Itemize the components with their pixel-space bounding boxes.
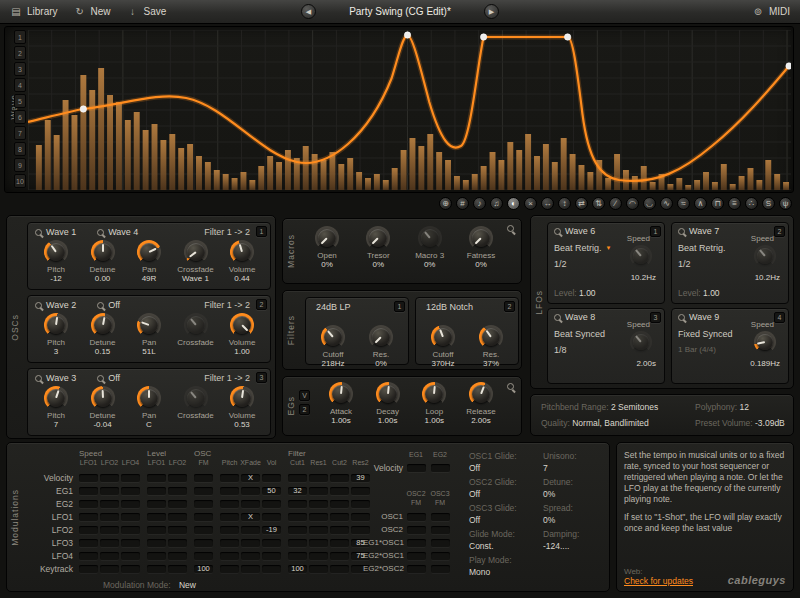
matrix-cell[interactable] <box>79 500 98 508</box>
matrix-cell[interactable] <box>194 487 213 495</box>
matrix-cell[interactable] <box>241 500 260 508</box>
square-tool-icon[interactable]: ⊓ <box>711 197 724 210</box>
volume-knob[interactable] <box>230 313 254 337</box>
crossfade-knob[interactable] <box>184 386 208 410</box>
matrix-cell[interactable] <box>288 539 307 547</box>
matrix-cell[interactable] <box>288 513 307 521</box>
matrix-cell[interactable] <box>288 500 307 508</box>
filter-type-selector[interactable]: 12dB Notch <box>416 298 518 312</box>
matrix-cell[interactable] <box>262 539 281 547</box>
pan-knob[interactable] <box>137 240 161 264</box>
matrix-cell[interactable] <box>121 539 140 547</box>
matrix-cell[interactable] <box>121 565 140 573</box>
matrix-cell[interactable] <box>220 487 239 495</box>
snap-grid-icon[interactable]: # <box>456 197 469 210</box>
lfo-mode-selector[interactable]: Beat Retrig.▼ <box>554 243 611 253</box>
zoom-icon[interactable]: ⊕ <box>439 197 452 210</box>
matrix-cell[interactable] <box>194 474 213 482</box>
pitch-knob[interactable] <box>44 240 68 264</box>
erase-icon[interactable]: × <box>524 197 537 210</box>
matrix-cell[interactable] <box>262 474 281 482</box>
wave-slot-8[interactable]: 8 <box>14 142 26 156</box>
matrix-cell[interactable] <box>121 500 140 508</box>
matrix-cell[interactable] <box>309 526 328 534</box>
fm-velocity-cell[interactable] <box>431 464 450 472</box>
flip-horizontal-icon[interactable]: ⇄ <box>575 197 588 210</box>
matrix-cell[interactable] <box>309 552 328 560</box>
midi-button[interactable]: ⊚ MIDI <box>752 6 790 18</box>
shift-vertical-icon[interactable]: ↕ <box>558 197 571 210</box>
fm-cell[interactable] <box>407 565 426 573</box>
matrix-cell[interactable] <box>168 565 187 573</box>
matrix-cell[interactable] <box>147 526 166 534</box>
save-button[interactable]: ↓ Save <box>127 6 167 18</box>
eg-tab-v[interactable]: V <box>299 390 310 401</box>
matrix-cell[interactable] <box>194 513 213 521</box>
new-button[interactable]: ↻ New <box>74 6 111 18</box>
modulation-mode-value[interactable]: New <box>179 580 196 590</box>
matrix-cell[interactable] <box>194 500 213 508</box>
matrix-cell[interactable] <box>194 552 213 560</box>
voice-value[interactable]: 0% <box>543 489 555 499</box>
fm-velocity-cell[interactable] <box>407 464 426 472</box>
glide-value[interactable]: Off <box>469 489 480 499</box>
matrix-cell[interactable]: 50 <box>262 487 281 495</box>
matrix-cell[interactable] <box>220 526 239 534</box>
matrix-cell[interactable] <box>309 500 328 508</box>
matrix-cell[interactable]: X <box>241 513 260 521</box>
matrix-cell[interactable] <box>194 539 213 547</box>
matrix-cell[interactable] <box>309 513 328 521</box>
smooth-tool-icon[interactable]: S <box>762 197 775 210</box>
wave-curve[interactable] <box>28 35 789 181</box>
speed-knob[interactable] <box>630 331 652 353</box>
fm-cell[interactable] <box>407 539 426 547</box>
wave-selector[interactable]: Wave 2 <box>34 300 76 310</box>
wave-selector[interactable]: Wave 1 <box>34 227 76 237</box>
wave-slot-9[interactable]: 9 <box>14 158 26 172</box>
matrix-cell[interactable]: 100 <box>288 565 307 573</box>
speed-knob[interactable] <box>754 331 776 353</box>
matrix-cell[interactable] <box>330 500 349 508</box>
fm-cell[interactable] <box>431 539 450 547</box>
filter-route-selector[interactable]: Filter 1 -> 2 <box>204 373 250 383</box>
matrix-cell[interactable] <box>79 474 98 482</box>
matrix-cell[interactable] <box>194 526 213 534</box>
matrix-cell[interactable] <box>168 500 187 508</box>
open-knob[interactable] <box>315 226 339 250</box>
setting-value[interactable]: 12 <box>739 402 748 412</box>
matrix-cell[interactable] <box>309 539 328 547</box>
curve-point[interactable] <box>404 32 410 38</box>
line-tool-icon[interactable]: ∕ <box>609 197 622 210</box>
lfo-wave-selector[interactable]: Wave 6 <box>553 226 595 236</box>
matrix-cell[interactable] <box>168 513 187 521</box>
triangle-tool-icon[interactable]: ∧ <box>694 197 707 210</box>
matrix-cell[interactable] <box>241 565 260 573</box>
shift-horizontal-icon[interactable]: ↔ <box>541 197 554 210</box>
cutoff-knob[interactable] <box>321 325 345 349</box>
eg-tab-2[interactable]: 2 <box>299 404 310 415</box>
matrix-cell[interactable] <box>330 526 349 534</box>
res-knob[interactable] <box>479 325 503 349</box>
macro-3-knob[interactable] <box>418 226 442 250</box>
preset-prev-button[interactable]: ◀ <box>301 4 316 19</box>
matrix-cell[interactable] <box>121 513 140 521</box>
double-wave-tool-icon[interactable]: ≈ <box>677 197 690 210</box>
matrix-cell[interactable] <box>100 526 119 534</box>
matrix-cell[interactable] <box>100 565 119 573</box>
matrix-cell[interactable] <box>262 500 281 508</box>
lfo-mode-selector[interactable]: Beat Retrig. <box>678 243 726 253</box>
tresor-knob[interactable] <box>366 226 390 250</box>
lfo-wave-selector[interactable]: Wave 7 <box>677 226 719 236</box>
matrix-cell[interactable] <box>100 539 119 547</box>
pitch-knob[interactable] <box>44 386 68 410</box>
pitch-knob[interactable] <box>44 313 68 337</box>
matrix-cell[interactable] <box>288 474 307 482</box>
matrix-cell[interactable] <box>330 513 349 521</box>
matrix-cell[interactable] <box>220 565 239 573</box>
curve-up-tool-icon[interactable]: ◠ <box>626 197 639 210</box>
detune-knob[interactable] <box>91 240 115 264</box>
glide-value[interactable]: Const. <box>469 541 494 551</box>
matrix-cell[interactable] <box>79 487 98 495</box>
filter-route-selector[interactable]: Filter 1 -> 2 <box>204 227 250 237</box>
matrix-cell[interactable] <box>330 552 349 560</box>
